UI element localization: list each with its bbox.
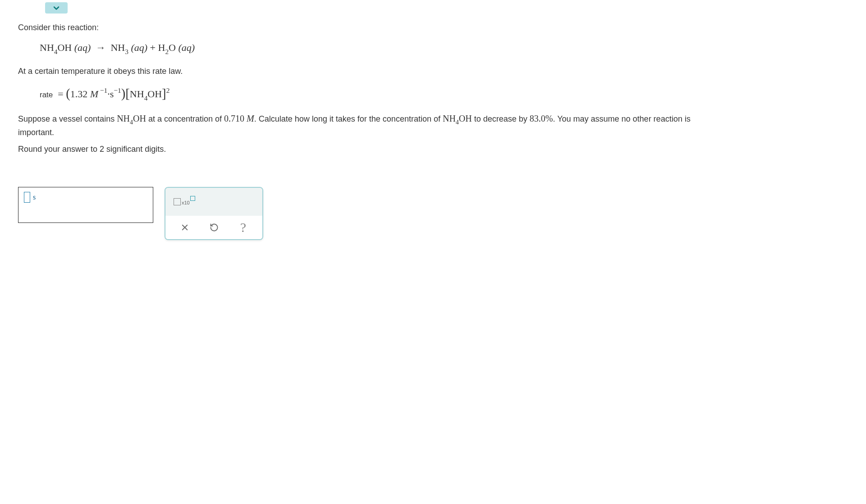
close-icon [181, 223, 189, 232]
chevron-down-icon [52, 4, 61, 13]
input-placeholder-icon [24, 192, 30, 203]
sci-base-icon [174, 198, 181, 205]
question-icon: ? [240, 220, 246, 235]
rate-law-intro: At a certain temperature it obeys this r… [18, 65, 694, 77]
clear-button[interactable] [176, 219, 194, 236]
reaction-equation: NH4OH (aq) → NH3 (aq) + H2O (aq) [40, 42, 694, 55]
tool-panel: x10 ? [165, 187, 263, 240]
rate-law-equation: rate = (1.32 M −1·s−1)[NH4OH]2 [40, 86, 694, 102]
scientific-notation-button[interactable]: x10 [174, 198, 195, 205]
answer-unit: s [33, 193, 36, 201]
undo-icon [210, 223, 219, 232]
question-text: Suppose a vessel contains NH4OH at a con… [18, 112, 694, 139]
reset-button[interactable] [205, 219, 223, 236]
intro-text: Consider this reaction: [18, 22, 694, 34]
answer-input-box[interactable]: s [18, 187, 153, 223]
sci-x10-label: x10 [182, 200, 190, 205]
sci-exp-icon [190, 196, 195, 201]
help-button[interactable]: ? [234, 219, 252, 236]
round-instruction: Round your answer to 2 significant digit… [18, 143, 694, 155]
expand-button[interactable] [45, 2, 68, 14]
